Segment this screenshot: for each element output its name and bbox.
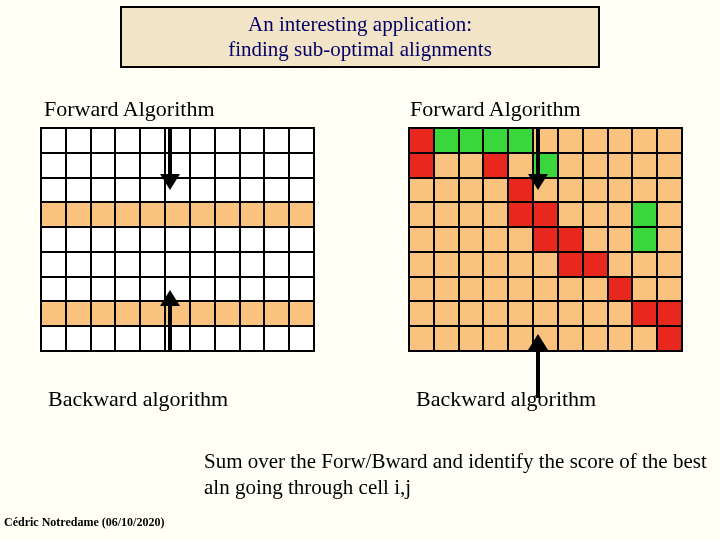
grid-cell	[264, 277, 289, 302]
grid-cell	[657, 202, 682, 227]
grid-cell	[190, 277, 215, 302]
grid-cell	[190, 153, 215, 178]
grid-cell	[483, 178, 508, 203]
grid-cell	[558, 326, 583, 351]
grid-cell	[434, 326, 459, 351]
grid-cell	[140, 252, 165, 277]
grid-cell	[264, 153, 289, 178]
grid-cell	[608, 178, 633, 203]
grid-cell	[434, 153, 459, 178]
grid-cell	[409, 202, 434, 227]
grid-cell	[66, 277, 91, 302]
grid-cell	[483, 326, 508, 351]
grid-cell	[91, 301, 116, 326]
grid-cell	[583, 301, 608, 326]
grid-cell	[508, 128, 533, 153]
grid-cell	[459, 202, 484, 227]
grid-cell	[215, 252, 240, 277]
grid-cell	[483, 153, 508, 178]
grid-cell	[657, 277, 682, 302]
grid-cell	[657, 178, 682, 203]
grid-cell	[657, 326, 682, 351]
grid-cell	[240, 252, 265, 277]
grid-cell	[558, 128, 583, 153]
grid-cell	[91, 326, 116, 351]
grid-cell	[264, 128, 289, 153]
grid-cell	[115, 227, 140, 252]
grid-cell	[240, 326, 265, 351]
grid-cell	[533, 301, 558, 326]
grid-cell	[66, 252, 91, 277]
grid-cell	[434, 178, 459, 203]
grid-cell	[190, 252, 215, 277]
grid-cell	[91, 277, 116, 302]
summary-text: Sum over the Forw/Bward and identify the…	[204, 448, 714, 501]
grid-cell	[165, 202, 190, 227]
grid-cell	[608, 227, 633, 252]
grid-cell	[459, 153, 484, 178]
grid-cell	[608, 326, 633, 351]
grid-cell	[215, 202, 240, 227]
grid-cell	[264, 301, 289, 326]
grid-cell	[115, 202, 140, 227]
grid-cell	[434, 252, 459, 277]
grid-cell	[508, 202, 533, 227]
grid-cell	[558, 301, 583, 326]
title-line-1: An interesting application:	[122, 12, 598, 37]
grid-cell	[508, 227, 533, 252]
grid-cell	[508, 277, 533, 302]
grid-cell	[41, 128, 66, 153]
grid-cell	[434, 128, 459, 153]
grid-cell	[140, 128, 165, 153]
grid-cell	[483, 128, 508, 153]
grid-cell	[140, 202, 165, 227]
grid-cell	[91, 178, 116, 203]
grid-cell	[483, 227, 508, 252]
grid-cell	[533, 277, 558, 302]
grid-cell	[115, 277, 140, 302]
grid-cell	[608, 153, 633, 178]
grid-cell	[608, 128, 633, 153]
grid-cell	[459, 326, 484, 351]
grid-cell	[41, 202, 66, 227]
grid-cell	[409, 301, 434, 326]
grid-cell	[115, 326, 140, 351]
grid-cell	[434, 202, 459, 227]
grid-cell	[483, 202, 508, 227]
grid-cell	[190, 178, 215, 203]
grid-cell	[558, 252, 583, 277]
grid-cell	[632, 153, 657, 178]
grid-cell	[289, 227, 314, 252]
grid-cell	[41, 326, 66, 351]
grid-cell	[289, 178, 314, 203]
grid-cell	[558, 178, 583, 203]
grid-cell	[240, 202, 265, 227]
grid-cell	[115, 128, 140, 153]
grid-cell	[240, 301, 265, 326]
grid-cell	[215, 277, 240, 302]
grid-cell	[190, 301, 215, 326]
grid-cell	[91, 202, 116, 227]
grid-cell	[41, 301, 66, 326]
grid-cell	[289, 277, 314, 302]
grid-cell	[289, 153, 314, 178]
grid-cell	[409, 326, 434, 351]
grid-cell	[459, 227, 484, 252]
grid-cell	[583, 202, 608, 227]
grid-cell	[533, 227, 558, 252]
grid-cell	[91, 252, 116, 277]
grid-cell	[583, 252, 608, 277]
grid-cell	[264, 252, 289, 277]
grid-cell	[115, 178, 140, 203]
grid-cell	[583, 227, 608, 252]
grid-cell	[165, 252, 190, 277]
grid-cell	[215, 178, 240, 203]
grid-cell	[264, 202, 289, 227]
grid-cell	[115, 301, 140, 326]
grid-cell	[190, 326, 215, 351]
grid-cell	[583, 178, 608, 203]
grid-cell	[632, 227, 657, 252]
grid-cell	[657, 153, 682, 178]
grid-cell	[409, 178, 434, 203]
grid-cell	[632, 301, 657, 326]
